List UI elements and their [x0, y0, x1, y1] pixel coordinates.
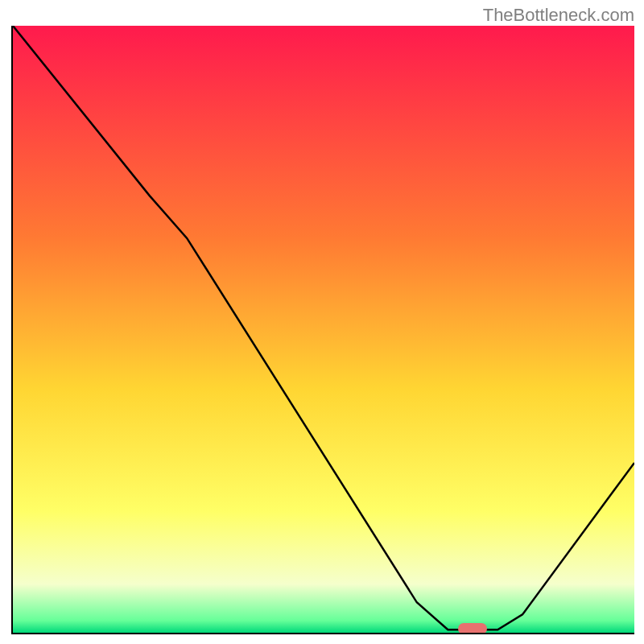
- optimal-marker: [458, 623, 487, 634]
- plot-area: [11, 26, 634, 634]
- chart-container: TheBottleneck.com: [0, 0, 644, 644]
- watermark-text: TheBottleneck.com: [483, 5, 634, 26]
- curve-line: [13, 26, 634, 633]
